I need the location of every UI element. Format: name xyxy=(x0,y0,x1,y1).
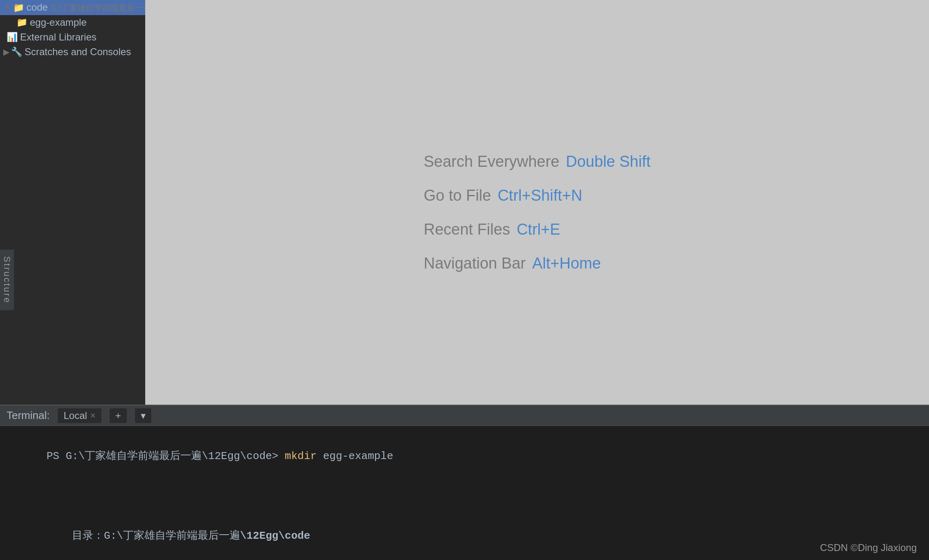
terminal-dir-prefix: 目录：G:\丁家雄自学前端最后一遍 xyxy=(47,530,240,542)
terminal-tab-close[interactable]: × xyxy=(90,410,96,421)
content-area: Search Everywhere Double Shift Go to Fil… xyxy=(145,0,929,405)
terminal-container: Terminal: Local × + ▾ PS G:\丁家雄自学前端最后一遍\… xyxy=(0,405,929,560)
shortcut-desc-goto: Go to File xyxy=(424,187,491,204)
shortcut-row-search: Search Everywhere Double Shift xyxy=(424,153,651,170)
shortcut-key-search: Double Shift xyxy=(566,153,650,170)
terminal-prompt-1: PS G:\丁家雄自学前端最后一遍\12Egg\code> xyxy=(47,450,285,462)
shortcuts-list: Search Everywhere Double Shift Go to Fil… xyxy=(424,153,651,272)
shortcut-row-recent: Recent Files Ctrl+E xyxy=(424,221,651,238)
shortcut-row-goto: Go to File Ctrl+Shift+N xyxy=(424,187,651,204)
terminal-cmd-mkdir: mkdir xyxy=(285,450,317,462)
terminal-title-label: Terminal: xyxy=(7,409,49,422)
structure-tab[interactable]: Structure xyxy=(0,250,14,310)
terminal-header: Terminal: Local × + ▾ xyxy=(0,405,929,426)
terminal-body[interactable]: PS G:\丁家雄自学前端最后一遍\12Egg\code> mkdir egg-… xyxy=(0,426,929,560)
terminal-dropdown-button[interactable]: ▾ xyxy=(135,408,151,423)
scratches-label: Scratches and Consoles xyxy=(25,46,131,58)
project-sidebar: ▼ 📁 code G:\丁家雄自学前端最后一遍\12Egg 📁 egg-exam… xyxy=(0,0,145,405)
shortcut-row-nav: Navigation Bar Alt+Home xyxy=(424,255,651,272)
tree-item-egg-example[interactable]: 📁 egg-example xyxy=(0,15,145,30)
external-libraries-icon: 📊 xyxy=(7,32,18,43)
terminal-tab-label: Local xyxy=(63,410,87,421)
egg-example-label: egg-example xyxy=(30,17,87,28)
external-libraries-label: External Libraries xyxy=(20,31,97,43)
shortcut-desc-recent: Recent Files xyxy=(424,221,510,238)
root-expand-arrow: ▼ xyxy=(3,3,11,12)
terminal-line-1: PS G:\丁家雄自学前端最后一遍\12Egg\code> mkdir egg-… xyxy=(8,432,921,480)
shortcut-desc-nav: Navigation Bar xyxy=(424,255,526,272)
terminal-arg-mkdir: egg-example xyxy=(317,450,393,462)
terminal-add-button[interactable]: + xyxy=(110,408,127,423)
scratches-icon: 🔧 xyxy=(11,47,22,57)
terminal-dir-bold: \12Egg\code xyxy=(240,530,310,542)
terminal-blank-1 xyxy=(8,480,921,496)
root-folder-icon: 📁 xyxy=(13,2,24,13)
csdn-watermark: CSDN ©Ding Jiaxiong xyxy=(820,542,917,553)
shortcut-key-nav: Alt+Home xyxy=(532,255,601,272)
terminal-blank-2 xyxy=(8,496,921,512)
scratches-expand-arrow: ▶ xyxy=(3,47,9,57)
terminal-local-tab[interactable]: Local × xyxy=(58,408,101,423)
tree-item-scratches[interactable]: ▶ 🔧 Scratches and Consoles xyxy=(0,45,145,59)
shortcut-desc-search: Search Everywhere xyxy=(424,153,560,170)
project-root-item[interactable]: ▼ 📁 code G:\丁家雄自学前端最后一遍\12Egg xyxy=(0,0,145,15)
project-root-label: code G:\丁家雄自学前端最后一遍\12Egg xyxy=(27,2,145,13)
terminal-dir-info: 目录：G:\丁家雄自学前端最后一遍\12Egg\code xyxy=(8,512,921,560)
egg-example-folder-icon: 📁 xyxy=(16,17,27,28)
shortcut-key-recent: Ctrl+E xyxy=(517,221,560,238)
shortcut-key-goto: Ctrl+Shift+N xyxy=(497,187,582,204)
tree-item-external-libraries[interactable]: 📊 External Libraries xyxy=(0,30,145,45)
